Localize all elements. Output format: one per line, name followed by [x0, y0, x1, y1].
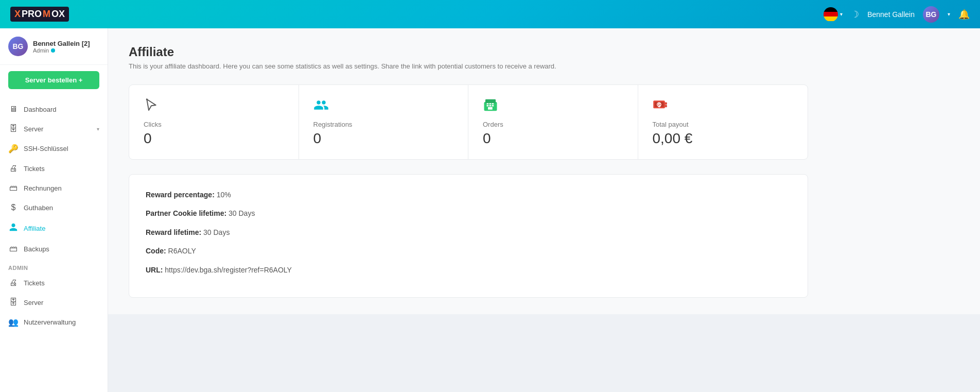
logo-ox: OX: [51, 9, 65, 20]
online-status-dot: [51, 48, 55, 53]
svg-rect-6: [487, 105, 489, 107]
reward-percentage-row: Reward percentage: 10%: [146, 189, 791, 200]
chevron-down-icon-avatar: ▾: [948, 11, 950, 17]
avatar: BG: [8, 37, 28, 56]
cursor-icon: [144, 97, 159, 116]
server-order-button[interactable]: Server bestellen +: [8, 71, 99, 89]
avatar[interactable]: BG: [923, 6, 939, 23]
stat-label: Total payout: [653, 121, 689, 128]
sidebar-item-backups[interactable]: 🗃 Backups: [0, 239, 108, 259]
url-row: URL: https://dev.bga.sh/register?ref=R6A…: [146, 264, 791, 276]
reward-lifetime-value: 30 Days: [203, 228, 230, 236]
role-label: Admin: [33, 47, 49, 54]
flag-red: [824, 12, 838, 16]
sidebar-item-affiliate[interactable]: Affiliate: [0, 217, 108, 239]
stat-card-orders: Orders 0: [468, 85, 638, 159]
notifications-bell-icon[interactable]: 🔔: [958, 9, 970, 20]
reward-percentage-value: 10%: [217, 191, 231, 199]
svg-point-0: [147, 99, 147, 99]
money-icon: $: [653, 97, 668, 116]
sidebar-item-ssh[interactable]: 🔑 SSH-Schlüssel: [0, 139, 108, 159]
reward-lifetime-label: Reward lifetime:: [146, 228, 201, 236]
sidebar-item-label: Backups: [24, 245, 99, 253]
sidebar-nav: 🖥 Dashboard 🗄 Server ▾ 🔑 SSH-Schlüssel 🖨…: [0, 95, 108, 392]
logo-image: X PRO M OX: [10, 7, 69, 22]
sidebar-item-label: Rechnungen: [24, 184, 99, 192]
sidebar-item-admin-tickets[interactable]: 🖨 Tickets: [0, 273, 108, 293]
content-area: Affiliate This is your affiliate dashboa…: [108, 28, 980, 392]
person-icon: [8, 223, 19, 234]
code-value: R6AOLY: [168, 247, 196, 255]
svg-text:$: $: [658, 103, 661, 108]
header-username: Bennet Gallein: [867, 10, 915, 19]
chevron-down-icon: ▾: [840, 11, 843, 17]
person-add-icon: [313, 97, 329, 116]
german-flag: [824, 7, 838, 22]
users-icon: 👥: [8, 317, 19, 327]
header: X PRO M OX ▾ ☽ Bennet Gallein BG ▾ 🔔: [0, 0, 980, 28]
svg-rect-4: [489, 103, 492, 105]
user-role: Admin: [33, 47, 99, 54]
sidebar-item-dashboard[interactable]: 🖥 Dashboard: [0, 99, 108, 119]
avatar-initials: BG: [926, 10, 937, 19]
svg-rect-14: [663, 103, 667, 105]
code-row: Code: R6AOLY: [146, 245, 791, 257]
stat-value: 0,00 €: [653, 130, 693, 147]
logo-x: X: [14, 9, 21, 20]
sidebar-item-label: Nutzerverwaltung: [24, 318, 99, 326]
svg-rect-2: [485, 99, 496, 104]
admin-section-label: Admin: [0, 259, 108, 273]
logo: X PRO M OX: [10, 7, 69, 22]
svg-rect-8: [492, 105, 494, 107]
ticket-icon: 🖨: [8, 278, 19, 287]
sidebar-item-admin-nutzer[interactable]: 👥 Nutzerverwaltung: [0, 312, 108, 332]
svg-rect-5: [492, 103, 494, 105]
sidebar-item-label: Dashboard: [24, 106, 99, 113]
language-selector[interactable]: ▾: [824, 7, 843, 22]
content-inner: Affiliate This is your affiliate dashboa…: [108, 28, 829, 314]
cookie-lifetime-row: Partner Cookie lifetime: 30 Days: [146, 208, 791, 219]
svg-rect-15: [663, 105, 667, 107]
header-right: ▾ ☽ Bennet Gallein BG ▾ 🔔: [824, 6, 970, 23]
logo-prox: PRO: [22, 9, 42, 20]
reward-percentage-label: Reward percentage:: [146, 191, 215, 199]
sidebar-item-tickets[interactable]: 🖨 Tickets: [0, 159, 108, 178]
code-label: Code:: [146, 247, 166, 255]
flag-gold: [824, 16, 838, 22]
page-description: This is your affiliate dashboard. Here y…: [129, 62, 808, 70]
sidebar-item-admin-server[interactable]: 🗄 Server: [0, 293, 108, 312]
details-card: Reward percentage: 10% Partner Cookie li…: [129, 174, 808, 298]
svg-rect-7: [489, 105, 492, 107]
server-icon: 🗄: [8, 124, 19, 133]
flag-black: [824, 7, 838, 12]
svg-rect-3: [487, 103, 489, 105]
sidebar-item-guthaben[interactable]: $ Guthaben: [0, 198, 108, 217]
sidebar-item-server[interactable]: 🗄 Server ▾: [0, 119, 108, 139]
svg-rect-9: [488, 107, 493, 110]
sidebar-item-label: Server: [24, 125, 92, 133]
dark-mode-icon[interactable]: ☽: [851, 9, 859, 20]
stat-label: Clicks: [144, 121, 162, 128]
stats-row: Clicks 0 Registrations 0: [129, 84, 808, 160]
key-icon: 🔑: [8, 144, 19, 154]
invoice-icon: 🗃: [8, 183, 19, 193]
sidebar-item-label: Tickets: [24, 165, 99, 173]
cookie-lifetime-label: Partner Cookie lifetime:: [146, 209, 226, 217]
backup-icon: 🗃: [8, 244, 19, 253]
stat-card-clicks: Clicks 0: [129, 85, 299, 159]
avatar-initials: BG: [13, 42, 24, 50]
bottom-area: [108, 314, 980, 392]
page-title: Affiliate: [129, 45, 808, 59]
sidebar-item-label: SSH-Schlüssel: [24, 145, 99, 152]
stat-value: 0: [144, 130, 152, 147]
sidebar-item-label: Affiliate: [24, 225, 99, 232]
stat-label: Orders: [483, 121, 503, 128]
monitor-icon: 🖥: [8, 105, 19, 114]
server-icon: 🗄: [8, 298, 19, 307]
ticket-icon: 🖨: [8, 164, 19, 173]
stat-label: Registrations: [313, 121, 353, 128]
sidebar-item-rechnungen[interactable]: 🗃 Rechnungen: [0, 178, 108, 198]
sidebar-item-label: Server: [24, 299, 99, 306]
sidebar-item-label: Guthaben: [24, 204, 99, 212]
dollar-icon: $: [8, 203, 19, 212]
